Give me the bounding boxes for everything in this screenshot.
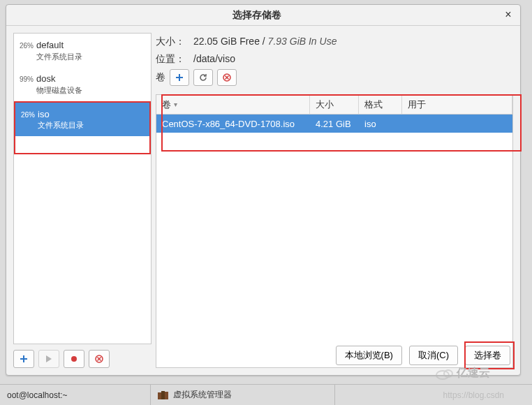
sort-icon: ▾ — [174, 101, 177, 108]
right-panel: 大小： 22.05 GiB Free / 7.93 GiB In Use 位置：… — [156, 33, 513, 368]
pool-start-button — [38, 350, 59, 368]
size-label: 大小： — [156, 33, 185, 50]
pool-item-iso[interactable]: 26% iso 文件系统目录 — [15, 103, 149, 136]
delete-icon — [223, 73, 231, 82]
pool-add-button[interactable] — [13, 350, 34, 368]
titlebar: 选择存储卷 × — [6, 5, 520, 26]
pool-item-default[interactable]: 26% default 文件系统目录 — [14, 34, 151, 67]
pool-stop-button[interactable] — [64, 350, 84, 368]
watermark: 亿速云 — [436, 366, 490, 381]
plus-icon — [175, 73, 184, 82]
svg-rect-6 — [161, 391, 165, 399]
volume-add-button[interactable] — [170, 69, 189, 86]
table-row[interactable]: CentOS-7-x86_64-DVD-1708.iso 4.21 GiB is… — [156, 115, 512, 133]
volumes-table: 卷▾ 大小 格式 用于 CentOS-7-x86_64-DVD-1708.iso… — [156, 94, 513, 368]
pool-percent: 99% — [18, 73, 34, 83]
svg-rect-7 — [165, 392, 168, 399]
size-free: 22.05 GiB Free — [193, 36, 260, 47]
pool-item-dosk[interactable]: 99% dosk 物理磁盘设备 — [14, 67, 151, 101]
cell-size: 4.21 GiB — [310, 119, 359, 129]
sidebar: 26% default 文件系统目录 99% dosk 物理磁盘设备 26% — [13, 33, 152, 368]
pool-name: dosk — [36, 73, 147, 85]
storage-volume-dialog: 选择存储卷 × 26% default 文件系统目录 99% dosk 物理磁盘… — [6, 4, 521, 376]
pool-delete-button[interactable] — [89, 350, 110, 368]
pool-percent: 26% — [20, 108, 35, 119]
dialog-footer: 本地浏览(B) 取消(C) 选择卷 — [336, 346, 510, 365]
plus-icon — [20, 355, 28, 363]
col-usedby[interactable]: 用于 — [402, 95, 512, 114]
taskbar-vmm[interactable]: 虚拟系统管理器 — [151, 385, 335, 405]
watermark-icon — [436, 367, 454, 381]
pool-name: iso — [38, 108, 145, 121]
pool-info: 大小： 22.05 GiB Free / 7.93 GiB In Use 位置：… — [156, 33, 513, 90]
cell-format: iso — [359, 119, 402, 129]
col-size[interactable]: 大小 — [310, 95, 359, 114]
table-header: 卷▾ 大小 格式 用于 — [156, 95, 512, 115]
cancel-button[interactable]: 取消(C) — [409, 346, 458, 365]
blog-url: https://blog.csdn — [443, 390, 504, 400]
refresh-icon — [199, 73, 207, 82]
taskbar-terminal[interactable]: oot@localhost:~ — [0, 385, 151, 405]
browse-local-button[interactable]: 本地浏览(B) — [336, 346, 402, 365]
pool-subtitle: 文件系统目录 — [38, 120, 145, 131]
pool-toolbar — [13, 350, 152, 368]
pool-subtitle: 物理磁盘设备 — [36, 85, 147, 96]
col-format[interactable]: 格式 — [359, 95, 402, 114]
location-label: 位置： — [156, 50, 185, 68]
location-value: /data/viso — [193, 50, 235, 68]
pool-percent: 26% — [18, 39, 34, 50]
pool-subtitle: 文件系统目录 — [36, 52, 147, 62]
pool-name: default — [36, 39, 147, 52]
col-volume[interactable]: 卷▾ — [156, 95, 310, 114]
choose-volume-button[interactable]: 选择卷 — [465, 346, 510, 365]
size-inuse: 7.93 GiB In Use — [268, 36, 337, 47]
volume-refresh-button[interactable] — [193, 69, 213, 86]
taskbar: oot@localhost:~ 虚拟系统管理器 https://blog.csd… — [0, 384, 532, 405]
vmm-icon — [158, 391, 169, 399]
dialog-title: 选择存储卷 — [12, 9, 502, 22]
pool-list: 26% default 文件系统目录 99% dosk 物理磁盘设备 26% — [13, 33, 152, 344]
play-icon — [45, 355, 52, 362]
volumes-label: 卷 — [156, 71, 165, 84]
svg-rect-5 — [158, 392, 161, 399]
record-icon — [71, 355, 77, 362]
svg-point-0 — [71, 356, 77, 362]
delete-icon — [95, 355, 103, 363]
svg-point-3 — [436, 371, 449, 379]
volume-delete-button[interactable] — [217, 69, 237, 86]
close-icon[interactable]: × — [502, 9, 515, 22]
cell-name: CentOS-7-x86_64-DVD-1708.iso — [156, 119, 310, 129]
